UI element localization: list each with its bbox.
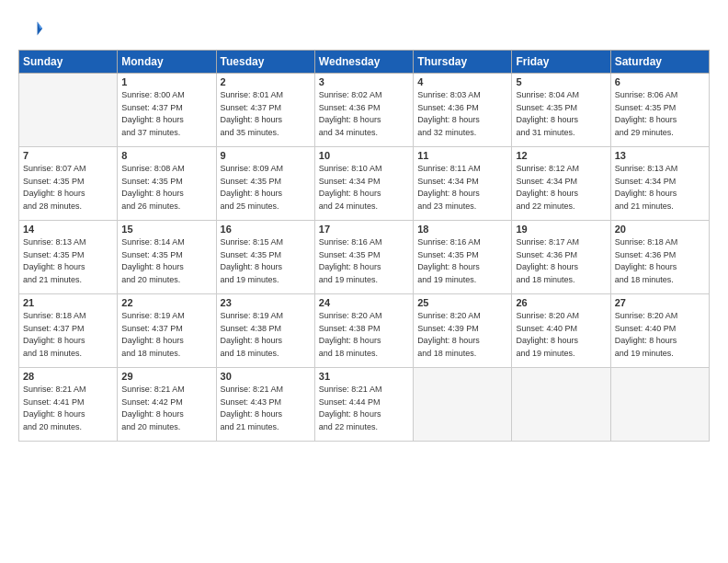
- day-info: Sunrise: 8:21 AM Sunset: 4:42 PM Dayligh…: [121, 384, 211, 433]
- header: [18, 17, 710, 42]
- cell-week1-day4: 11Sunrise: 8:11 AM Sunset: 4:34 PM Dayli…: [414, 147, 512, 221]
- day-number: 9: [221, 150, 311, 161]
- cell-week0-day3: 3Sunrise: 8:02 AM Sunset: 4:36 PM Daylig…: [314, 74, 413, 147]
- day-info: Sunrise: 8:08 AM Sunset: 4:35 PM Dayligh…: [121, 163, 211, 213]
- col-header-monday: Monday: [118, 51, 216, 74]
- day-number: 17: [319, 224, 409, 235]
- week-row-0: 1Sunrise: 8:00 AM Sunset: 4:37 PM Daylig…: [19, 74, 710, 147]
- day-info: Sunrise: 8:20 AM Sunset: 4:39 PM Dayligh…: [417, 310, 507, 360]
- day-number: 19: [516, 224, 606, 235]
- page: SundayMondayTuesdayWednesdayThursdayFrid…: [0, 0, 728, 563]
- logo: [18, 17, 48, 42]
- cell-week0-day6: 6Sunrise: 8:06 AM Sunset: 4:35 PM Daylig…: [610, 74, 709, 147]
- cell-week2-day5: 19Sunrise: 8:17 AM Sunset: 4:36 PM Dayli…: [512, 221, 610, 294]
- day-number: 13: [615, 150, 705, 161]
- day-info: Sunrise: 8:20 AM Sunset: 4:40 PM Dayligh…: [516, 310, 606, 360]
- col-header-tuesday: Tuesday: [216, 51, 314, 74]
- day-number: 31: [319, 371, 409, 382]
- day-number: 16: [221, 224, 311, 235]
- day-number: 28: [23, 371, 113, 382]
- cell-week0-day5: 5Sunrise: 8:04 AM Sunset: 4:35 PM Daylig…: [512, 74, 610, 147]
- cell-week3-day6: 27Sunrise: 8:20 AM Sunset: 4:40 PM Dayli…: [610, 294, 709, 368]
- day-info: Sunrise: 8:13 AM Sunset: 4:34 PM Dayligh…: [615, 163, 705, 213]
- day-info: Sunrise: 8:12 AM Sunset: 4:34 PM Dayligh…: [516, 163, 606, 213]
- day-info: Sunrise: 8:10 AM Sunset: 4:34 PM Dayligh…: [319, 163, 409, 213]
- day-number: 23: [221, 297, 311, 308]
- day-info: Sunrise: 8:11 AM Sunset: 4:34 PM Dayligh…: [417, 163, 507, 213]
- day-info: Sunrise: 8:15 AM Sunset: 4:35 PM Dayligh…: [221, 236, 311, 286]
- cell-week4-day2: 30Sunrise: 8:21 AM Sunset: 4:43 PM Dayli…: [216, 368, 314, 442]
- cell-week1-day3: 10Sunrise: 8:10 AM Sunset: 4:34 PM Dayli…: [314, 147, 413, 221]
- day-info: Sunrise: 8:07 AM Sunset: 4:35 PM Dayligh…: [23, 163, 113, 213]
- day-info: Sunrise: 8:03 AM Sunset: 4:36 PM Dayligh…: [417, 89, 507, 139]
- cell-week0-day1: 1Sunrise: 8:00 AM Sunset: 4:37 PM Daylig…: [118, 74, 216, 147]
- day-info: Sunrise: 8:16 AM Sunset: 4:35 PM Dayligh…: [417, 236, 507, 286]
- cell-week4-day4: [414, 368, 512, 442]
- cell-week1-day1: 8Sunrise: 8:08 AM Sunset: 4:35 PM Daylig…: [118, 147, 216, 221]
- day-number: 7: [23, 150, 113, 161]
- day-info: Sunrise: 8:21 AM Sunset: 4:41 PM Dayligh…: [23, 384, 113, 433]
- day-info: Sunrise: 8:20 AM Sunset: 4:40 PM Dayligh…: [615, 310, 705, 360]
- day-info: Sunrise: 8:01 AM Sunset: 4:37 PM Dayligh…: [221, 89, 311, 139]
- day-info: Sunrise: 8:13 AM Sunset: 4:35 PM Dayligh…: [23, 236, 113, 286]
- day-info: Sunrise: 8:17 AM Sunset: 4:36 PM Dayligh…: [516, 236, 606, 286]
- day-number: 30: [221, 371, 311, 382]
- cell-week4-day1: 29Sunrise: 8:21 AM Sunset: 4:42 PM Dayli…: [118, 368, 216, 442]
- cell-week2-day2: 16Sunrise: 8:15 AM Sunset: 4:35 PM Dayli…: [216, 221, 314, 294]
- cell-week3-day0: 21Sunrise: 8:18 AM Sunset: 4:37 PM Dayli…: [19, 294, 118, 368]
- cell-week1-day0: 7Sunrise: 8:07 AM Sunset: 4:35 PM Daylig…: [19, 147, 118, 221]
- day-info: Sunrise: 8:18 AM Sunset: 4:37 PM Dayligh…: [23, 310, 113, 360]
- day-info: Sunrise: 8:00 AM Sunset: 4:37 PM Dayligh…: [121, 89, 211, 139]
- cell-week3-day2: 23Sunrise: 8:19 AM Sunset: 4:38 PM Dayli…: [216, 294, 314, 368]
- day-info: Sunrise: 8:20 AM Sunset: 4:38 PM Dayligh…: [319, 310, 409, 360]
- cell-week2-day6: 20Sunrise: 8:18 AM Sunset: 4:36 PM Dayli…: [610, 221, 709, 294]
- cell-week2-day1: 15Sunrise: 8:14 AM Sunset: 4:35 PM Dayli…: [118, 221, 216, 294]
- cell-week4-day5: [512, 368, 610, 442]
- day-number: 18: [417, 224, 507, 235]
- cell-week4-day3: 31Sunrise: 8:21 AM Sunset: 4:44 PM Dayli…: [314, 368, 413, 442]
- day-number: 27: [615, 297, 705, 308]
- day-number: 24: [319, 297, 409, 308]
- day-info: Sunrise: 8:09 AM Sunset: 4:35 PM Dayligh…: [221, 163, 311, 213]
- cell-week4-day6: [610, 368, 709, 442]
- header-row: SundayMondayTuesdayWednesdayThursdayFrid…: [19, 51, 710, 74]
- col-header-saturday: Saturday: [610, 51, 709, 74]
- day-info: Sunrise: 8:21 AM Sunset: 4:44 PM Dayligh…: [319, 384, 409, 433]
- cell-week1-day5: 12Sunrise: 8:12 AM Sunset: 4:34 PM Dayli…: [512, 147, 610, 221]
- cell-week4-day0: 28Sunrise: 8:21 AM Sunset: 4:41 PM Dayli…: [19, 368, 118, 442]
- day-number: 21: [23, 297, 113, 308]
- day-number: 6: [615, 76, 705, 87]
- cell-week0-day2: 2Sunrise: 8:01 AM Sunset: 4:37 PM Daylig…: [216, 74, 314, 147]
- day-number: 4: [417, 76, 507, 87]
- cell-week3-day4: 25Sunrise: 8:20 AM Sunset: 4:39 PM Dayli…: [414, 294, 512, 368]
- col-header-wednesday: Wednesday: [314, 51, 413, 74]
- day-number: 14: [23, 224, 113, 235]
- day-number: 26: [516, 297, 606, 308]
- col-header-thursday: Thursday: [414, 51, 512, 74]
- col-header-sunday: Sunday: [19, 51, 118, 74]
- week-row-2: 14Sunrise: 8:13 AM Sunset: 4:35 PM Dayli…: [19, 221, 710, 294]
- day-number: 5: [516, 76, 606, 87]
- day-info: Sunrise: 8:02 AM Sunset: 4:36 PM Dayligh…: [319, 89, 409, 139]
- cell-week2-day0: 14Sunrise: 8:13 AM Sunset: 4:35 PM Dayli…: [19, 221, 118, 294]
- col-header-friday: Friday: [512, 51, 610, 74]
- cell-week3-day3: 24Sunrise: 8:20 AM Sunset: 4:38 PM Dayli…: [314, 294, 413, 368]
- day-number: 20: [615, 224, 705, 235]
- calendar-table: SundayMondayTuesdayWednesdayThursdayFrid…: [18, 50, 710, 442]
- day-number: 22: [121, 297, 211, 308]
- cell-week1-day6: 13Sunrise: 8:13 AM Sunset: 4:34 PM Dayli…: [610, 147, 709, 221]
- day-number: 25: [417, 297, 507, 308]
- week-row-1: 7Sunrise: 8:07 AM Sunset: 4:35 PM Daylig…: [19, 147, 710, 221]
- day-info: Sunrise: 8:21 AM Sunset: 4:43 PM Dayligh…: [221, 384, 311, 433]
- day-info: Sunrise: 8:06 AM Sunset: 4:35 PM Dayligh…: [615, 89, 705, 139]
- day-number: 1: [121, 76, 211, 87]
- cell-week3-day5: 26Sunrise: 8:20 AM Sunset: 4:40 PM Dayli…: [512, 294, 610, 368]
- week-row-4: 28Sunrise: 8:21 AM Sunset: 4:41 PM Dayli…: [19, 368, 710, 442]
- day-number: 29: [121, 371, 211, 382]
- day-info: Sunrise: 8:19 AM Sunset: 4:38 PM Dayligh…: [221, 310, 311, 360]
- day-info: Sunrise: 8:16 AM Sunset: 4:35 PM Dayligh…: [319, 236, 409, 286]
- day-info: Sunrise: 8:19 AM Sunset: 4:37 PM Dayligh…: [121, 310, 211, 360]
- day-number: 3: [319, 76, 409, 87]
- cell-week1-day2: 9Sunrise: 8:09 AM Sunset: 4:35 PM Daylig…: [216, 147, 314, 221]
- cell-week2-day3: 17Sunrise: 8:16 AM Sunset: 4:35 PM Dayli…: [314, 221, 413, 294]
